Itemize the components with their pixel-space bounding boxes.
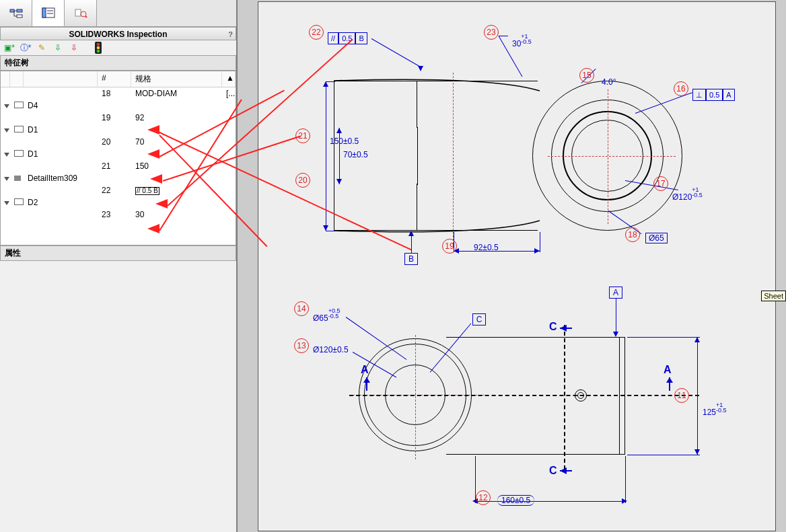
tab-feature-tree[interactable] [0, 0, 32, 26]
dim-4deg[interactable]: 4.0° [602, 77, 616, 87]
characteristic-tree[interactable]: # 规格 ▲ 18 MOD-DIAM [... D4 19 [0, 71, 236, 245]
perp-symbol: ⊥ [692, 89, 706, 101]
dim-125[interactable]: 125+1-0.5 [703, 402, 727, 417]
panel-tab-bar [0, 0, 236, 27]
sheet-label[interactable]: Sheet [761, 291, 786, 301]
balloon-19[interactable]: 19 [442, 239, 457, 254]
header-num[interactable]: # [98, 71, 131, 87]
balloon-13[interactable]: 13 [294, 338, 309, 353]
expand-icon[interactable] [4, 128, 9, 132]
datum-leader [411, 233, 412, 253]
expand-icon[interactable] [4, 153, 9, 157]
svg-line-12 [85, 16, 87, 17]
tree-node[interactable]: D2 [1, 196, 236, 208]
inspection-toolbar: ▣* ⓘ* ✎ ⇩ ⇩ [0, 40, 236, 55]
dim-70[interactable]: 70±0.5 [343, 150, 368, 159]
datum-a[interactable]: A [609, 287, 622, 299]
dimension-icon [14, 150, 24, 157]
dim-150[interactable]: 150±0.5 [330, 137, 359, 146]
drawing-canvas[interactable]: 30+1-0.5 23 4.0° 15 16 ⊥ 0.5 A 22 // 0.5… [240, 0, 786, 532]
drawing-sheet: 30+1-0.5 23 4.0° 15 16 ⊥ 0.5 A 22 // 0.5… [258, 1, 776, 531]
edit-characteristics-icon[interactable]: ✎ [35, 42, 48, 54]
tab-property-manager[interactable] [32, 0, 65, 26]
svg-rect-7 [42, 8, 46, 17]
dim-line [326, 81, 326, 231]
table-row[interactable]: 20 70 [1, 136, 236, 148]
svg-marker-20 [666, 377, 673, 383]
section-letter-a-left: A [361, 364, 369, 376]
dim-30[interactable]: 30+1-0.5 [512, 34, 532, 48]
balloon-18[interactable]: 18 [625, 227, 640, 242]
section-letter-a-right: A [664, 364, 672, 376]
arrow-icon [323, 81, 328, 87]
balloon-12[interactable]: 12 [476, 490, 491, 505]
section-letter-c-bottom: C [549, 465, 557, 477]
svg-rect-10 [75, 9, 81, 16]
section-center-line [349, 395, 699, 396]
arrow-icon [694, 449, 700, 455]
svg-rect-1 [17, 9, 22, 12]
panel-title-text: SOLIDWORKS Inspection [69, 30, 167, 39]
balloon-17[interactable]: 17 [653, 176, 668, 191]
traffic-light-icon[interactable] [92, 42, 105, 54]
header-blank1 [1, 71, 10, 87]
add-characteristic-icon[interactable]: ⇩ [51, 42, 65, 54]
arrow-icon [622, 498, 627, 504]
dim-120b[interactable]: Ø120±0.5 [313, 345, 349, 354]
datum-b[interactable]: B [404, 253, 418, 265]
remove-characteristic-icon[interactable]: ⇩ [67, 42, 81, 54]
header-spec[interactable]: 规格 [131, 71, 222, 87]
tree-header-row: # 规格 ▲ [1, 71, 236, 87]
annotation-arrowhead-icon [150, 174, 162, 184]
table-row[interactable]: 18 MOD-DIAM [... [1, 87, 236, 100]
table-row[interactable]: 19 92 [1, 112, 236, 124]
ext-line [627, 455, 700, 455]
leader-line [371, 38, 421, 67]
expand-icon[interactable] [4, 104, 9, 108]
balloon-22[interactable]: 22 [309, 25, 324, 40]
fcf-perpendicularity[interactable]: ⊥ 0.5 A [692, 89, 735, 101]
info-icon[interactable]: ⓘ* [19, 42, 32, 54]
balloon-11[interactable]: 11 [674, 388, 689, 403]
properties-section-header: 属性 [0, 245, 236, 261]
section-letter-c-top: C [549, 321, 557, 333]
arrow-icon [418, 66, 423, 71]
balloon-16[interactable]: 16 [674, 81, 688, 96]
expand-icon[interactable] [4, 177, 9, 181]
header-blank2 [10, 71, 24, 87]
dim-120tol[interactable]: Ø120+1-0.5 [672, 187, 703, 202]
balloon-14[interactable]: 14 [294, 301, 309, 316]
section-arrow-icon [361, 377, 374, 397]
tree-node[interactable]: D1 [1, 148, 236, 160]
expand-icon[interactable] [4, 201, 9, 205]
balloon-15[interactable]: 15 [579, 68, 594, 83]
dim-65tol[interactable]: Ø65+0.5-0.5 [313, 308, 340, 323]
new-template-icon[interactable]: ▣* [3, 42, 16, 54]
center-line [415, 335, 416, 459]
svg-point-15 [97, 46, 100, 50]
help-icon[interactable]: ? [228, 28, 233, 41]
dim-65[interactable]: Ø65 [645, 233, 668, 243]
dim-92[interactable]: 92±0.5 [474, 243, 499, 252]
datum-leader [616, 299, 616, 336]
tree-body: 18 MOD-DIAM [... D4 19 92 D1 [1, 87, 236, 221]
ext-line [540, 232, 540, 252]
ext-line [627, 337, 700, 338]
tab-inspection[interactable] [65, 0, 97, 26]
perp-value: 0.5 [706, 89, 723, 101]
arrow-icon [336, 128, 342, 133]
dim-line [697, 337, 698, 455]
tree-node[interactable]: D4 [1, 100, 236, 112]
toolbar-separator [83, 42, 89, 54]
svg-marker-22 [560, 325, 567, 332]
datum-c[interactable]: C [472, 313, 486, 326]
arrow-icon [694, 337, 700, 342]
arrow-icon [534, 248, 540, 254]
balloon-20[interactable]: 20 [295, 173, 310, 188]
dim-160[interactable]: 160±0.5 [497, 495, 534, 506]
table-row[interactable]: 22 // 0.5 B [1, 184, 236, 196]
header-scroll: ▲ [222, 71, 236, 87]
leader-line [499, 36, 508, 36]
table-row[interactable]: 23 30 [1, 208, 236, 221]
balloon-23[interactable]: 23 [484, 25, 499, 40]
